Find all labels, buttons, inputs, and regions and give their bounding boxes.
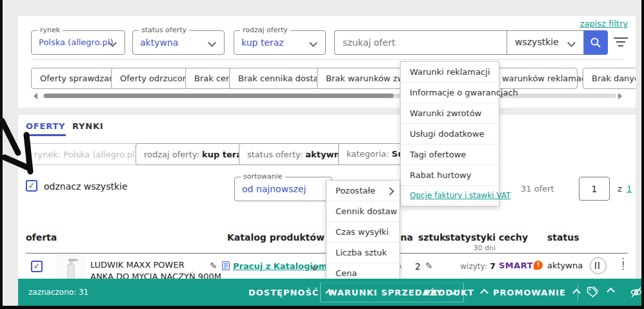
product-button[interactable]: PRODUKT	[424, 288, 487, 297]
offers-manager-screen: zapisz filtry rynek Polska (allegro.pl) …	[0, 0, 644, 309]
row-checkbox[interactable]: ✓	[31, 261, 43, 272]
search-input[interactable]	[334, 30, 507, 55]
edit-title-icon[interactable]: ✎	[210, 261, 217, 271]
chevron-up-icon	[481, 289, 489, 297]
col-header-statystyki: statystyki	[438, 232, 496, 243]
offer-type-select[interactable]: rodzaj oferty kup teraz	[234, 30, 326, 55]
col-header-stats-period: 30 dni	[438, 244, 496, 252]
offer-status-select-value: aktywna	[140, 31, 178, 54]
catalog-document-icon	[222, 261, 230, 270]
page-input[interactable]	[579, 177, 610, 201]
page-of-label: z	[618, 184, 622, 194]
tab-rynki[interactable]: RYNKI	[72, 121, 104, 131]
menu-item[interactable]: Tagi ofertowe	[401, 145, 499, 165]
smart-badge: SMART!	[499, 261, 543, 270]
market-select[interactable]: rynek Polska (allegro.pl)	[31, 30, 125, 55]
pause-icon	[595, 262, 599, 269]
menu-item-vat-options[interactable]: Opcje faktury i stawki VAT	[401, 186, 499, 206]
deselect-all-checkbox[interactable]: ✓	[26, 180, 37, 192]
search-scope-select[interactable]: wszystkie	[507, 30, 584, 55]
offer-terms-menu: Warunki reklamacji Informacje o gwarancj…	[400, 61, 499, 206]
save-filters-link[interactable]: zapisz filtry	[580, 19, 628, 28]
screenshot-border-bottom	[0, 306, 644, 309]
columns-menu: Pozostałe Cennik dostaw Czas wysyłki Lic…	[326, 180, 400, 284]
search-button[interactable]	[584, 30, 608, 55]
bar-divider	[578, 284, 578, 301]
col-header-cechy: cechy	[499, 232, 528, 243]
promotion-button[interactable]: PROMOWANIE	[493, 288, 579, 297]
chevron-down-icon	[567, 39, 576, 47]
col-header-oferta: oferta	[26, 232, 57, 243]
menu-item[interactable]: Informacje o gwarancjach	[401, 83, 499, 103]
menu-item[interactable]: Warunki reklamacji	[401, 62, 499, 83]
chevron-down-icon	[208, 39, 216, 47]
tags-button[interactable]	[586, 286, 614, 299]
row-menu-button[interactable]: ⋮ ⋮	[614, 257, 626, 274]
chevron-up-icon	[607, 288, 615, 296]
screenshot-border-right	[641, 0, 644, 309]
offers-count: 31 ofert	[521, 184, 554, 194]
pieces-value: 2	[415, 261, 421, 272]
deselect-all-label: odznacz wszystkie	[44, 181, 128, 192]
annotation-arrow	[0, 116, 39, 181]
chevron-up-icon	[572, 289, 581, 297]
menu-item[interactable]: Liczba sztuk	[327, 243, 399, 263]
offer-title-line1[interactable]: LUDWIK MAXX POWER	[90, 260, 185, 270]
market-select-value: Polska (allegro.pl)	[39, 31, 113, 54]
menu-item[interactable]: Rabat hurtowy	[401, 165, 499, 186]
menu-item[interactable]: Usługi dodatkowe	[401, 124, 499, 145]
selected-count: zaznaczono: 31	[28, 288, 88, 297]
bulk-action-bar: zaznaczono: 31 DOSTĘPNOŚĆ WARUNKI SPRZED…	[18, 279, 641, 306]
divider	[31, 59, 623, 60]
sort-select[interactable]: sortowanie od najnowszej	[234, 177, 332, 201]
edit-pieces-icon[interactable]: ✎	[425, 261, 433, 271]
scroll-right-arrow[interactable]	[618, 93, 622, 99]
row-status: aktywna	[547, 261, 583, 270]
filter-panel: zapisz filtry rynek Polska (allegro.pl) …	[18, 16, 636, 108]
price-tag-icon	[586, 286, 599, 299]
scroll-left-arrow[interactable]	[34, 93, 37, 99]
offer-status-select[interactable]: status oferty aktywna	[132, 30, 225, 55]
search-scope-value: wszystkie	[515, 37, 559, 47]
chevron-down-icon	[309, 39, 317, 47]
quick-filter-chip[interactable]: Brak danych p	[583, 68, 636, 89]
menu-item[interactable]: Czas wysyłki	[327, 222, 399, 243]
last-page-link[interactable]: 1	[627, 184, 632, 194]
scrollbar-thumb[interactable]	[44, 94, 394, 98]
menu-item[interactable]: Warunki zwrotów	[401, 103, 499, 124]
smart-exclamation-icon: !	[534, 261, 543, 270]
offer-type-select-value: kup teraz	[241, 31, 284, 54]
filter-options-icon[interactable]	[613, 35, 629, 50]
menu-item-pozostale[interactable]: Pozostałe	[327, 181, 399, 201]
menu-item[interactable]: Cennik dostaw	[327, 201, 399, 222]
col-header-status: status	[547, 232, 579, 243]
search-icon	[590, 37, 601, 48]
stats-visits: wizyty: 7	[438, 261, 496, 271]
chevron-right-icon	[386, 187, 394, 195]
pause-offer-button[interactable]	[590, 257, 607, 274]
